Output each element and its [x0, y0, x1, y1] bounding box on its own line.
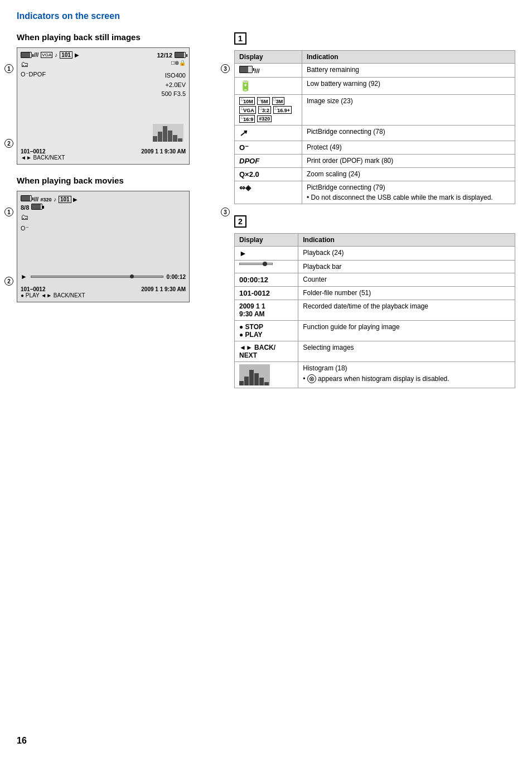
still-right-info: ISO400 +2.0EV 500 F3.5 — [162, 71, 186, 99]
table-row: Q×2.0 Zoom scaling (24) — [235, 168, 515, 181]
folder-icon: 🗂 — [21, 60, 28, 69]
shutter-aperture: 500 F3.5 — [162, 89, 186, 99]
display-dpof: DPOF — [235, 155, 302, 168]
still-top-bar: /// VGA ♪ 101 ▶ 12/12 — [21, 51, 186, 59]
protect-lock-icons: □⊗🔒 — [171, 60, 186, 69]
folder-num-icon: 101 — [60, 51, 72, 59]
indication-battery: Battery remaining — [302, 64, 515, 78]
indication-datetime: Recorded date/time of the playback image — [298, 300, 515, 321]
display-histogram — [235, 362, 298, 388]
display-image-size: □10M □5M □3M □VGA □3:2 □16.9+ □16:9 — [235, 95, 302, 126]
169-icon: □16:9 — [239, 115, 255, 123]
still-folder-file: 101–0012 — [21, 148, 46, 155]
table1-header-row: Display Indication — [235, 51, 515, 64]
32-icon: □3:2 — [258, 106, 271, 114]
audio-icon: ♪ — [55, 52, 57, 58]
table1-col-display: Display — [235, 51, 302, 64]
movie-datetime: 2009 1 1 9:30 AM — [141, 286, 186, 292]
display-pictbridge: ↗ — [235, 126, 302, 141]
movie-320-icon: #320 — [41, 197, 52, 202]
callout-2-still: 2 — [4, 139, 13, 148]
callout-2-movie: 2 — [4, 277, 13, 286]
hist-bar-1 — [239, 381, 244, 385]
table1-col-indication: Indication — [302, 51, 515, 64]
display-back-next: ◄► BACK/ NEXT — [235, 341, 298, 362]
protect-display-icon: O⁻ — [239, 143, 249, 152]
table2-section-num: 2 — [234, 215, 246, 228]
table-row: DPOF Print order (DPOF) mark (80) — [235, 155, 515, 168]
table-row: 2009 1 1 9:30 AM Recorded date/time of t… — [235, 300, 515, 321]
image-size-row1: □10M □5M □3M — [239, 97, 297, 105]
still-second-row: 🗂 □⊗🔒 — [21, 60, 186, 69]
dpof-display-icon: DPOF — [239, 157, 259, 165]
movie-progress-thumb — [130, 274, 134, 278]
battery-icon — [21, 52, 32, 58]
hist-bar-2 — [244, 377, 249, 385]
display-usb: ⇔◈ — [235, 181, 302, 204]
display-folder-file: 101-0012 — [235, 287, 298, 300]
table-row: □10M □5M □3M □VGA □3:2 □16.9+ □16:9 — [235, 95, 515, 126]
counter-display-icon: 00:00:12 — [239, 276, 268, 284]
stop-label: ● STOP — [239, 323, 293, 331]
table1: Display Indication /// Battery remaining — [234, 50, 515, 204]
movie-battery-icon — [21, 195, 32, 201]
movie-second-row: 🗂 — [21, 213, 186, 221]
320-icon: #320 — [257, 115, 272, 122]
still-datetime: 2009 1 1 9:30 AM — [141, 148, 186, 155]
table2-body: ► Playback (24) Playback bar — [235, 247, 515, 388]
still-bottom-bar: 101–0012 2009 1 1 9:30 AM ◄► BACK/NEXT — [21, 148, 186, 161]
movie-progress-bar — [31, 276, 163, 278]
table-row: Playback bar — [235, 261, 515, 273]
battery-icon-right — [175, 52, 186, 58]
left-column: When playing back still images 1 2 3 ///… — [17, 32, 217, 399]
table-row: ◄► BACK/ NEXT Selecting images — [235, 341, 515, 362]
still-screen-wrapper: 1 2 3 /// VGA ♪ 101 — [17, 47, 217, 165]
movie-folder-icon: 🗂 — [21, 213, 28, 221]
callout-1-movie: 1 — [4, 208, 13, 216]
movie-screen-wrapper: 1 2 3 /// #320 ♪ 101 ▶ 8/8 — [17, 191, 217, 302]
hist-bar-5 — [259, 378, 264, 385]
table1-section-num-wrapper: 1 — [234, 32, 515, 47]
display-datetime: 2009 1 1 9:30 AM — [235, 300, 298, 321]
image-size-row2: □VGA □3:2 □16.9+ — [239, 106, 297, 114]
movie-audio-icon: ♪ — [54, 196, 56, 202]
still-middle: O⁻DPOF ISO400 +2.0EV 500 F3.5 — [21, 71, 186, 99]
movie-folder-file: 101–0012 — [21, 286, 46, 292]
zoom-display-icon: Q×2.0 — [239, 170, 259, 179]
table1-body: /// Battery remaining 🔋 Low battery warn… — [235, 64, 515, 204]
image-count: 12/12 — [157, 52, 172, 59]
datetime-display-icon: 2009 1 1 9:30 AM — [239, 302, 265, 318]
still-top-left-icons: /// VGA ♪ 101 ▶ — [21, 51, 79, 59]
indication-stop-play: Function guide for playing image — [298, 321, 515, 341]
display-counter: 00:00:12 — [235, 273, 298, 287]
page-number: 16 — [17, 736, 27, 746]
battery-display-icon — [239, 66, 253, 73]
hist-bar-3 — [249, 370, 254, 385]
movie-battery-right — [31, 204, 42, 210]
right-column: 1 Display Indication /// Battery remaini… — [234, 32, 515, 399]
display-low-battery: 🔋 — [235, 78, 302, 95]
display-zoom: Q×2.0 — [235, 168, 302, 181]
image-size-icons: □10M □5M □3M □VGA □3:2 □16.9+ □16:9 — [239, 97, 297, 123]
display-playback: ► — [235, 247, 298, 261]
table2-col-display: Display — [235, 234, 298, 247]
page-title: Indicators on the screen — [17, 11, 515, 21]
table2-section-num-wrapper: 2 — [234, 215, 515, 230]
movie-arrow: ▶ — [73, 196, 78, 202]
movie-play-icon: ► — [21, 273, 27, 281]
display-battery: /// — [235, 64, 302, 78]
3m-icon: □3M — [272, 97, 285, 105]
table-row: O⁻ Protect (49) — [235, 141, 515, 155]
still-images-heading: When playing back still images — [17, 32, 217, 42]
indication-dpof: Print order (DPOF) mark (80) — [302, 155, 515, 168]
iso-value: ISO400 — [162, 71, 186, 80]
still-bottom-row1: 101–0012 2009 1 1 9:30 AM — [21, 148, 186, 155]
still-nav: ◄► BACK/NEXT — [21, 155, 65, 161]
callout-3-still: 3 — [221, 64, 230, 73]
usb-display-icon: ⇔◈ — [239, 184, 251, 192]
hist-bar-6 — [264, 382, 269, 385]
no-hist-icon: ⊗ — [307, 374, 316, 383]
still-bottom-row2: ◄► BACK/NEXT — [21, 155, 186, 161]
movie-playbar-row: ► 0:00:12 — [21, 273, 186, 281]
display-stop-play: ● STOP ● PLAY — [235, 321, 298, 341]
